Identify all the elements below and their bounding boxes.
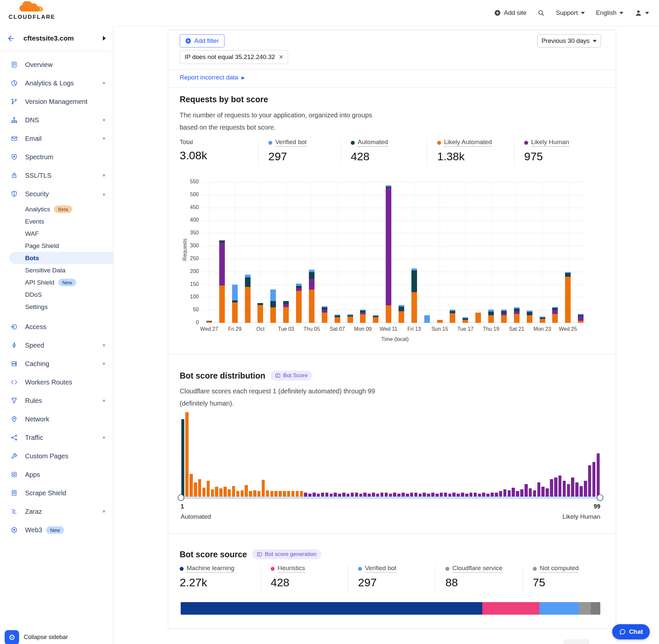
score-slider-track[interactable] [181, 497, 600, 499]
bot-score-generation-badge[interactable]: Bot score generation [252, 549, 321, 559]
legend-dot [437, 141, 441, 145]
chevron-down-icon[interactable]: ▾ [102, 117, 105, 123]
sidebar-item-settings[interactable]: Settings [0, 301, 113, 313]
sidebar-item-caching[interactable]: Caching▾ [0, 354, 113, 373]
stat-label[interactable]: Machine learning [187, 565, 234, 573]
bar-segment-verified-bot [309, 270, 314, 272]
slider-handle-max[interactable] [597, 494, 603, 501]
chat-bubble-icon [619, 628, 626, 636]
sidebar-item-apps[interactable]: Apps [0, 465, 113, 484]
account-menu[interactable] [635, 9, 649, 17]
filter-chip[interactable]: IP does not equal 35.212.240.32 × [180, 50, 288, 64]
sidebar-item-api-shield[interactable]: API ShieldNew [0, 276, 113, 289]
settings-gear-button[interactable]: ⚙ [5, 630, 19, 644]
sidebar-item-network[interactable]: Network [0, 410, 113, 428]
stacked-bar-wed-18 [475, 313, 481, 323]
legend-dot [358, 567, 362, 571]
sidebar-item-ssl-tls[interactable]: SSL/TLS▾ [0, 166, 113, 185]
sidebar-item-dns[interactable]: DNS▾ [0, 111, 113, 129]
sidebar-item-version-management[interactable]: Version Management [0, 92, 113, 111]
sidebar-item-zaraz[interactable]: Zaraz▾ [0, 502, 113, 521]
doc-icon [275, 373, 281, 378]
sidebar-item-traffic[interactable]: Traffic▾ [0, 428, 113, 447]
chevron-down-icon[interactable]: ▾ [102, 342, 105, 348]
gridline-v [363, 182, 363, 323]
time-range-dropdown[interactable]: Previous 30 days [537, 34, 601, 47]
slider-handle-min[interactable] [178, 494, 184, 501]
sidebar-item-access[interactable]: Access [0, 318, 113, 336]
histogram-bar-score-85 [537, 482, 541, 498]
chevron-down-icon[interactable]: ▾ [102, 80, 105, 86]
stat-label[interactable]: Verified bot [275, 138, 307, 147]
sidebar-item-bots[interactable]: Bots [9, 252, 113, 264]
stat-label[interactable]: Automated [358, 138, 388, 147]
close-icon[interactable]: × [279, 53, 283, 61]
stat-value: 428 [270, 576, 348, 589]
sidebar-item-custom-pages[interactable]: Custom Pages [0, 447, 113, 465]
stat-label[interactable]: Likely Human [531, 138, 569, 147]
search-button[interactable] [538, 9, 545, 17]
sidebar-item-ddos[interactable]: DDoS [0, 289, 113, 301]
stat-label[interactable]: Likely Automated [444, 138, 492, 147]
bar-segment-automated [245, 277, 251, 287]
stat-label[interactable]: Heuristics [278, 565, 305, 573]
site-name[interactable]: cftestsite3.com [23, 34, 74, 42]
chevron-down-icon[interactable]: ▾ [102, 172, 105, 178]
cloudflare-cloud-icon [16, 1, 48, 13]
bar-segment-likely-human [309, 279, 314, 290]
sidebar-item-scrape-shield[interactable]: Scrape Shield [0, 484, 113, 502]
sidebar-item-rules[interactable]: Rules▾ [0, 391, 113, 410]
sidebar-item-sensitive-data[interactable]: Sensitive Data [0, 264, 113, 276]
stat-label[interactable]: Verified bot [365, 565, 396, 573]
add-site-button[interactable]: Add site [494, 9, 526, 17]
histogram-bar-score-91 [563, 481, 566, 498]
histogram-bar-score-20 [262, 480, 265, 498]
chevron-down-icon[interactable]: ▾ [102, 435, 105, 440]
bar-segment-likely-automated [552, 314, 558, 323]
sidebar-item-label: Workers Routes [25, 378, 72, 386]
sidebar-item-page-shield[interactable]: Page Shield [0, 240, 113, 252]
bot-score-badge[interactable]: Bot Score [270, 371, 312, 381]
sidebar-item-workers-routes[interactable]: Workers Routes [0, 373, 113, 391]
support-menu[interactable]: Support [556, 9, 585, 17]
sidebar-item-label: Speed [25, 342, 44, 349]
sidebar-item-events[interactable]: Events [0, 215, 113, 228]
stacked-bar-tue-10 [373, 315, 378, 323]
sidebar-item-security[interactable]: Security▴ [0, 185, 113, 203]
language-menu[interactable]: English [596, 9, 623, 17]
sidebar-item-analytics-logs[interactable]: Analytics & Logs▾ [0, 74, 113, 92]
divider [168, 87, 615, 88]
y-tick-label: 350 [182, 230, 199, 236]
stat-verified-bot: Verified bot 297 [258, 138, 340, 165]
x-tick-label: Sat 07 [323, 326, 352, 332]
back-arrow-icon[interactable] [7, 34, 15, 42]
chevron-up-icon[interactable]: ▴ [102, 191, 105, 197]
report-incorrect-data-link[interactable]: Report incorrect data ▶ [180, 74, 244, 81]
chevron-right-icon[interactable] [103, 36, 106, 41]
sidebar-item-spectrum[interactable]: Spectrum [0, 148, 113, 166]
bar-segment-likely-automated [245, 287, 251, 323]
chevron-down-icon[interactable]: ▾ [102, 398, 105, 404]
sidebar-item-waf[interactable]: WAF [0, 228, 113, 240]
sidebar-item-email[interactable]: Email▾ [0, 129, 113, 148]
version-management-icon [11, 98, 18, 105]
cloudflare-logo[interactable]: CLOUDFLARE [7, 1, 57, 20]
stat-label[interactable]: Cloudflare service [452, 565, 502, 573]
sidebar-item-analytics[interactable]: AnalyticsBeta [0, 203, 113, 215]
y-tick-label: 200 [182, 269, 199, 274]
chat-label: Chat [629, 628, 643, 636]
sidebar-item-web3[interactable]: Web3New [0, 521, 113, 539]
collapse-sidebar-button[interactable]: Collapse sidebar [24, 634, 68, 641]
sidebar-item-label: Traffic [25, 434, 43, 441]
chat-button[interactable]: Chat [612, 624, 650, 639]
chevron-down-icon[interactable]: ▾ [102, 508, 105, 514]
sidebar-item-overview[interactable]: Overview [0, 55, 113, 74]
y-tick-label: 300 [182, 243, 199, 249]
chevron-down-icon[interactable]: ▾ [102, 361, 105, 367]
add-filter-button[interactable]: Add filter [180, 34, 225, 47]
chevron-down-icon[interactable]: ▾ [102, 136, 105, 141]
stat-label[interactable]: Not computed [540, 565, 579, 573]
stacked-bar-thu-28 [219, 240, 225, 323]
sidebar-item-speed[interactable]: Speed▾ [0, 336, 113, 354]
bot-score-histogram [181, 412, 600, 498]
